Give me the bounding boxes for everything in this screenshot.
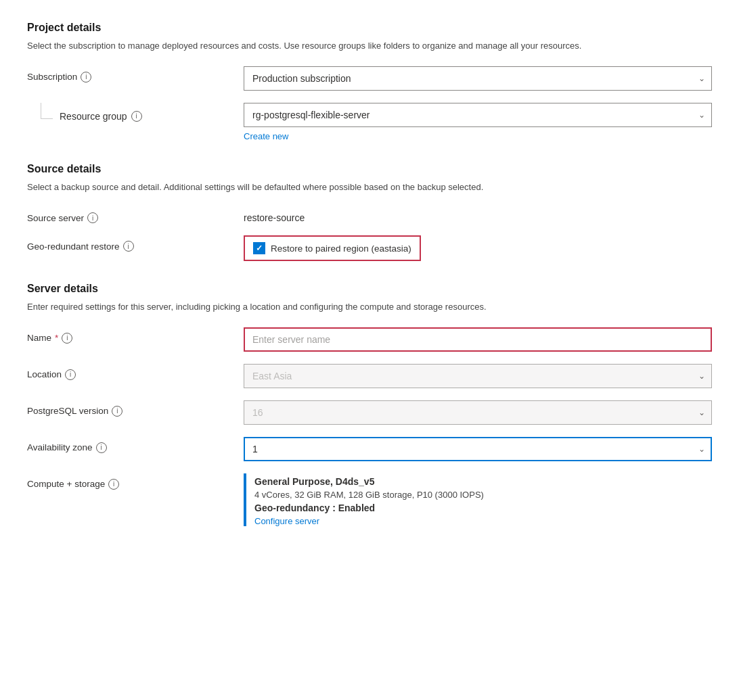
compute-storage-value: General Purpose, D4ds_v5 4 vCores, 32 Gi… — [254, 473, 484, 526]
geo-redundant-restore-checkbox-label: Restore to paired region (eastasia) — [271, 243, 411, 254]
configure-server-link[interactable]: Configure server — [254, 516, 319, 526]
location-control: East Asia ⌄ — [244, 364, 712, 388]
location-info-icon[interactable]: i — [65, 369, 76, 380]
resource-group-label: Resource group i — [27, 108, 244, 124]
location-label: Location i — [27, 364, 244, 380]
geo-redundant-restore-label: Geo-redundant restore i — [27, 235, 244, 252]
server-name-row: Name * i — [27, 327, 712, 352]
availability-zone-dropdown[interactable]: 1 2 3 — [244, 437, 712, 461]
source-server-info-icon[interactable]: i — [87, 212, 98, 223]
resource-group-dropdown-wrapper: rg-postgresql-flexible-server ⌄ — [244, 103, 712, 127]
subscription-info-icon[interactable]: i — [81, 72, 91, 83]
checkbox-checkmark-icon: ✓ — [256, 244, 263, 252]
source-details-title: Source details — [27, 163, 712, 175]
resource-group-dropdown[interactable]: rg-postgresql-flexible-server — [244, 103, 712, 127]
server-details-section: Server details Enter required settings f… — [27, 283, 712, 526]
source-details-desc: Select a backup source and detail. Addit… — [27, 181, 712, 194]
server-details-desc: Enter required settings for this server,… — [27, 300, 712, 314]
postgresql-version-dropdown-wrapper: 16 ⌄ — [244, 400, 712, 425]
compute-storage-label: Compute + storage i — [27, 473, 244, 490]
server-details-title: Server details — [27, 283, 712, 295]
resource-group-label-area: Resource group i — [27, 103, 244, 124]
availability-zone-row: Availability zone i 1 2 3 ⌄ — [27, 437, 712, 461]
location-dropdown[interactable]: East Asia — [244, 364, 712, 388]
availability-zone-label: Availability zone i — [27, 437, 244, 453]
resource-group-info-icon[interactable]: i — [131, 111, 142, 122]
required-asterisk: * — [55, 333, 58, 343]
compute-storage-control: General Purpose, D4ds_v5 4 vCores, 32 Gi… — [244, 473, 712, 526]
resource-group-row: Resource group i rg-postgresql-flexible-… — [27, 103, 712, 141]
geo-redundant-restore-checkbox[interactable]: ✓ — [253, 242, 265, 254]
geo-redundant-restore-control: ✓ Restore to paired region (eastasia) — [244, 235, 712, 261]
compute-storage-info-icon[interactable]: i — [108, 479, 119, 490]
postgresql-version-dropdown[interactable]: 16 — [244, 400, 712, 425]
source-server-text: restore-source — [244, 207, 712, 223]
server-name-info-icon[interactable]: i — [62, 333, 72, 344]
compute-storage-title: General Purpose, D4ds_v5 — [254, 476, 484, 487]
compute-storage-row: Compute + storage i General Purpose, D4d… — [27, 473, 712, 526]
compute-storage-desc: 4 vCores, 32 GiB RAM, 128 GiB storage, P… — [254, 490, 484, 500]
project-details-section: Project details Select the subscription … — [27, 22, 712, 141]
geo-redundant-restore-row: Geo-redundant restore i ✓ Restore to pai… — [27, 235, 712, 261]
project-details-title: Project details — [27, 22, 712, 34]
source-server-label: Source server i — [27, 207, 244, 223]
subscription-control: Production subscription ⌄ — [244, 66, 712, 91]
source-server-value: restore-source — [244, 207, 712, 223]
geo-redundant-restore-info-icon[interactable]: i — [123, 241, 134, 252]
server-name-label: Name * i — [27, 327, 244, 344]
resource-group-control: rg-postgresql-flexible-server ⌄ Create n… — [244, 103, 712, 141]
postgresql-version-row: PostgreSQL version i 16 ⌄ — [27, 400, 712, 425]
tree-line — [41, 103, 53, 119]
location-row: Location i East Asia ⌄ — [27, 364, 712, 388]
server-name-control — [244, 327, 712, 352]
project-details-desc: Select the subscription to manage deploy… — [27, 39, 712, 53]
server-name-input[interactable] — [244, 327, 712, 352]
geo-redundant-restore-checkbox-container[interactable]: ✓ Restore to paired region (eastasia) — [244, 235, 421, 261]
compute-storage-accent-bar — [244, 473, 246, 526]
subscription-label: Subscription i — [27, 66, 244, 83]
postgresql-version-label: PostgreSQL version i — [27, 400, 244, 417]
postgresql-version-control: 16 ⌄ — [244, 400, 712, 425]
compute-storage-geo-redundancy: Geo-redundancy : Enabled — [254, 503, 484, 513]
availability-zone-control: 1 2 3 ⌄ — [244, 437, 712, 461]
availability-zone-dropdown-wrapper: 1 2 3 ⌄ — [244, 437, 712, 461]
subscription-dropdown[interactable]: Production subscription — [244, 66, 712, 91]
source-server-row: Source server i restore-source — [27, 207, 712, 223]
availability-zone-info-icon[interactable]: i — [96, 442, 107, 453]
subscription-row: Subscription i Production subscription ⌄ — [27, 66, 712, 91]
create-new-link[interactable]: Create new — [244, 131, 288, 141]
source-details-section: Source details Select a backup source an… — [27, 163, 712, 262]
location-dropdown-wrapper: East Asia ⌄ — [244, 364, 712, 388]
subscription-dropdown-wrapper: Production subscription ⌄ — [244, 66, 712, 91]
postgresql-version-info-icon[interactable]: i — [112, 406, 122, 417]
